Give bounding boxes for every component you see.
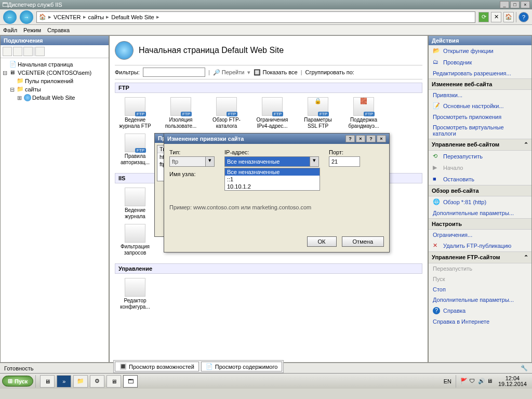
explorer-icon: 🗂 xyxy=(433,59,440,66)
tree-server[interactable]: ⊟🖥VCENTER (CONTOSO\sem) xyxy=(2,69,108,77)
window-title-bar: 🗔 Диспетчер служб IIS _ □ × xyxy=(0,0,532,9)
ftp-logging[interactable]: FTPВедение журнала FTP xyxy=(117,97,153,129)
showall-button[interactable]: 🔲 Показать все xyxy=(254,69,297,76)
action-remove-ftp[interactable]: ✕Удалить FTP-публикацию xyxy=(429,240,531,251)
home-nav-icon[interactable]: 🏠 xyxy=(503,12,514,22)
action-browse[interactable]: 🌐Обзор *:81 (http) xyxy=(429,196,531,208)
breadcrumb[interactable]: 🏠▸ VCENTER▸ сайты▸ Default Web Site▸ xyxy=(36,11,475,23)
crumb-sites[interactable]: сайты xyxy=(88,14,104,20)
forward-button[interactable]: → xyxy=(20,10,33,24)
taskbar-server-manager[interactable]: 🖥 xyxy=(40,375,55,388)
clock[interactable]: 12:04 19.12.2014 xyxy=(498,376,527,387)
tray-network-icon[interactable]: 🛡 xyxy=(469,378,476,385)
taskbar-app2[interactable]: 🖥 xyxy=(107,375,121,388)
tree-toolbar xyxy=(1,45,109,58)
iis-logging[interactable]: Ведение журнала xyxy=(117,188,153,220)
help-icon[interactable]: ? xyxy=(518,12,529,22)
action-online-help[interactable]: Справка в Интернете xyxy=(429,316,531,327)
port-input[interactable] xyxy=(329,156,360,167)
action-limits[interactable]: Ограничения... xyxy=(429,230,531,240)
ok-button[interactable]: ОК xyxy=(307,236,337,247)
back-button[interactable]: ← xyxy=(3,10,17,24)
dialog-help-button[interactable]: ? xyxy=(345,135,355,142)
crumb-server[interactable]: VCENTER xyxy=(54,14,81,20)
ip-option-all[interactable]: Все неназначенные xyxy=(225,168,320,176)
tree-connect-button[interactable] xyxy=(3,47,12,56)
tab-content[interactable]: 📄Просмотр содержимого xyxy=(201,362,283,371)
status-text: Готовность xyxy=(4,365,33,371)
delete-icon: ✕ xyxy=(433,242,440,249)
go-button[interactable]: 🔎 Перейти xyxy=(213,69,245,76)
connections-tree: 📄Начальная страница ⊟🖥VCENTER (CONTOSO\s… xyxy=(1,58,109,104)
refresh-icon[interactable]: ⟳ xyxy=(478,12,489,22)
dialog-help-button2[interactable]: ? xyxy=(366,135,376,142)
action-explorer[interactable]: 🗂Проводник xyxy=(429,57,531,68)
tree-save-button[interactable] xyxy=(13,47,22,56)
action-bindings[interactable]: Привязки... xyxy=(429,90,531,100)
tab-features[interactable]: 🔳Просмотр возможностей xyxy=(115,362,199,371)
group-mgmt-header[interactable]: Управление xyxy=(115,263,422,274)
config-editor[interactable]: Редактор конфигура... xyxy=(117,278,153,310)
nav-bar: ← → 🏠▸ VCENTER▸ сайты▸ Default Web Site▸… xyxy=(0,9,532,25)
ip-label: IP-адрес: xyxy=(224,149,321,155)
ip-option-1[interactable]: ::1 xyxy=(225,176,320,183)
taskbar-app1[interactable]: ⚙ xyxy=(90,375,104,388)
action-advanced[interactable]: Дополнительные параметры... xyxy=(429,208,531,218)
iis-request-filtering[interactable]: Фильтрация запросов xyxy=(117,224,153,256)
tree-default-site[interactable]: ⊞Default Web Site xyxy=(2,94,108,102)
menu-file[interactable]: Файл xyxy=(3,27,17,33)
taskbar-iis-active[interactable]: 🗔 xyxy=(123,375,138,388)
action-stop[interactable]: ■Остановить xyxy=(429,174,531,185)
tree-sites[interactable]: ⊟📁сайты xyxy=(2,85,108,94)
action-basic-settings[interactable]: 📝Основные настройки... xyxy=(429,100,531,112)
ftp-ssl-settings[interactable]: 🔒FTPПараметры SSL FTP xyxy=(300,97,336,129)
tray-icons[interactable]: 🚩 🛡 🔊 🖥 xyxy=(460,378,494,385)
host-label: Имя узла: xyxy=(169,171,216,177)
action-ftp-advanced[interactable]: Дополнительные параметры... xyxy=(429,295,531,305)
ip-dropdown-button[interactable]: ▾ xyxy=(310,156,319,167)
tray-flag-icon[interactable]: 🚩 xyxy=(460,378,468,385)
collapse-ftp-icon[interactable]: ⌃ xyxy=(524,254,528,261)
groupby-label: Сгруппировать по: xyxy=(305,69,354,75)
action-view-vdirs[interactable]: Просмотреть виртуальные каталоги xyxy=(429,122,531,139)
taskbar-explorer[interactable]: 📁 xyxy=(73,375,88,388)
filter-input[interactable] xyxy=(143,68,205,77)
tray-sound-icon[interactable]: 🔊 xyxy=(478,378,485,385)
dialog-close-button2[interactable]: × xyxy=(377,135,386,142)
ip-option-2[interactable]: 10.10.1.2 xyxy=(225,183,320,190)
taskbar-powershell[interactable]: » xyxy=(57,375,71,388)
menu-help[interactable]: Справка xyxy=(47,27,70,33)
ip-combo[interactable] xyxy=(224,156,310,167)
tree-app-pools[interactable]: 📁Пулы приложений xyxy=(2,77,108,85)
play-icon: ▶ xyxy=(433,164,440,171)
close-button[interactable]: × xyxy=(521,1,530,8)
action-restart[interactable]: ⟲Перезапустить xyxy=(429,151,531,162)
tray-monitor-icon[interactable]: 🖥 xyxy=(487,378,494,385)
language-indicator[interactable]: EN xyxy=(444,378,451,384)
stop-icon[interactable]: ✕ xyxy=(491,12,501,22)
maximize-button[interactable]: □ xyxy=(510,1,520,8)
ftp-ipv4-restrictions[interactable]: FTPОграничения IPv4-адрес... xyxy=(254,97,290,129)
group-ftp-header[interactable]: FTP xyxy=(115,83,422,93)
ftp-authorization-rules[interactable]: FTPПравила авторизац... xyxy=(117,134,153,166)
action-view-apps[interactable]: Просмотреть приложения xyxy=(429,112,531,122)
collapse-icon[interactable]: ⌃ xyxy=(524,141,528,148)
action-ftp-stop[interactable]: Стоп xyxy=(429,284,531,295)
dialog-title: Изменение привязки сайта xyxy=(167,136,345,142)
ftp-firewall-support[interactable]: 🧱FTPПоддержка брандмауэ... xyxy=(345,97,382,129)
start-button[interactable]: ⊞Пуск xyxy=(2,376,33,387)
dialog-close-button[interactable]: × xyxy=(356,135,365,142)
tree-up-button[interactable] xyxy=(23,47,33,56)
minimize-button[interactable]: _ xyxy=(500,1,509,8)
ftp-directory-browsing[interactable]: FTPОбзор FTP-каталога xyxy=(208,97,245,129)
action-open-feature[interactable]: 📂Открытие функции xyxy=(429,45,531,57)
menu-mode[interactable]: Режим xyxy=(23,27,41,33)
tree-start-page[interactable]: 📄Начальная страница xyxy=(2,60,108,69)
action-help[interactable]: ?Справка xyxy=(429,305,531,316)
cancel-button[interactable]: Отмена xyxy=(342,236,384,247)
tree-refresh-button[interactable] xyxy=(35,47,45,56)
ftp-user-isolation[interactable]: FTPИзоляция пользовате... xyxy=(163,97,199,129)
crumb-site[interactable]: Default Web Site xyxy=(111,14,154,20)
action-edit-permissions[interactable]: Редактировать разрешения... xyxy=(429,68,531,78)
restart-icon: ⟲ xyxy=(433,153,440,160)
